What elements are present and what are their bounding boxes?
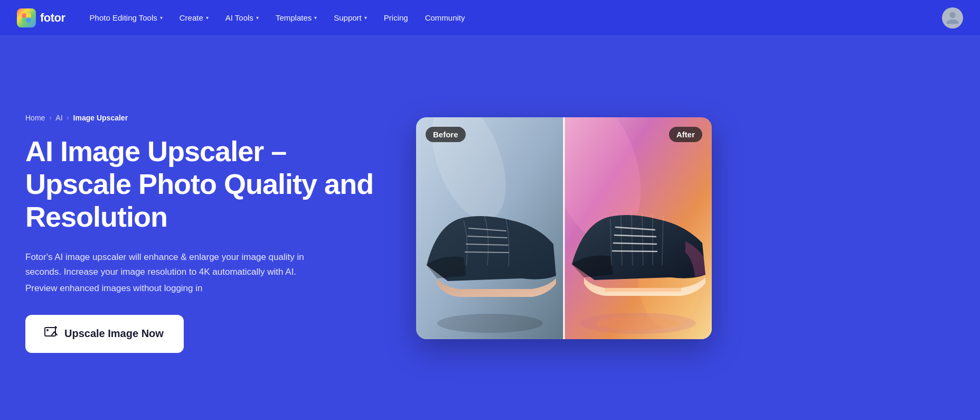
before-shoe-illustration	[416, 117, 564, 339]
before-image	[416, 117, 564, 339]
chevron-down-icon: ▾	[314, 15, 317, 21]
svg-point-13	[596, 317, 680, 330]
logo-icon	[17, 8, 36, 27]
nav-items: Photo Editing Tools ▾ Create ▾ AI Tools …	[82, 9, 938, 26]
svg-point-5	[46, 329, 49, 331]
chevron-down-icon: ▾	[206, 15, 209, 21]
breadcrumb-ai[interactable]: AI	[55, 114, 62, 122]
upscale-image-button[interactable]: Upscale Image Now	[25, 315, 184, 353]
main-content: Home › AI › Image Upscaler AI Image Upsc…	[0, 36, 980, 420]
nav-item-pricing[interactable]: Pricing	[376, 9, 416, 26]
after-label: After	[669, 127, 702, 142]
after-image	[564, 117, 712, 339]
nav-item-create[interactable]: Create ▾	[172, 9, 216, 26]
before-label: Before	[426, 127, 466, 142]
left-panel: Home › AI › Image Upscaler AI Image Upsc…	[25, 103, 384, 353]
chevron-down-icon: ▾	[364, 15, 367, 21]
hero-description-sub: Preview enhanced images without logging …	[25, 283, 384, 294]
breadcrumb: Home › AI › Image Upscaler	[25, 114, 384, 122]
user-avatar-icon	[945, 11, 960, 25]
upload-image-icon	[44, 325, 58, 342]
hero-description: Fotor's AI image upscaler will enhance &…	[25, 250, 342, 278]
breadcrumb-current: Image Upscaler	[73, 114, 128, 122]
nav-item-community[interactable]: Community	[418, 9, 473, 26]
breadcrumb-home[interactable]: Home	[25, 114, 45, 122]
comparison-divider	[563, 117, 565, 339]
breadcrumb-separator-1: ›	[49, 114, 51, 122]
avatar[interactable]	[942, 7, 963, 29]
svg-point-8	[437, 314, 543, 333]
image-comparison: Before After	[416, 117, 712, 339]
after-shoe-illustration	[564, 117, 712, 339]
chevron-down-icon: ▾	[256, 15, 259, 21]
nav-item-support[interactable]: Support ▾	[326, 9, 374, 26]
chevron-down-icon: ▾	[160, 15, 163, 21]
breadcrumb-separator-2: ›	[67, 114, 69, 122]
svg-point-3	[26, 17, 31, 23]
logo[interactable]: fotor	[17, 8, 65, 27]
nav-item-templates[interactable]: Templates ▾	[268, 9, 324, 26]
nav-item-photo-editing-tools[interactable]: Photo Editing Tools ▾	[82, 9, 170, 26]
nav-item-ai-tools[interactable]: AI Tools ▾	[218, 9, 266, 26]
logo-text: fotor	[40, 11, 65, 25]
right-panel: Before After	[416, 117, 712, 339]
page-title: AI Image Upscaler – Upscale Photo Qualit…	[25, 135, 384, 233]
navbar: fotor Photo Editing Tools ▾ Create ▾ AI …	[0, 0, 980, 36]
